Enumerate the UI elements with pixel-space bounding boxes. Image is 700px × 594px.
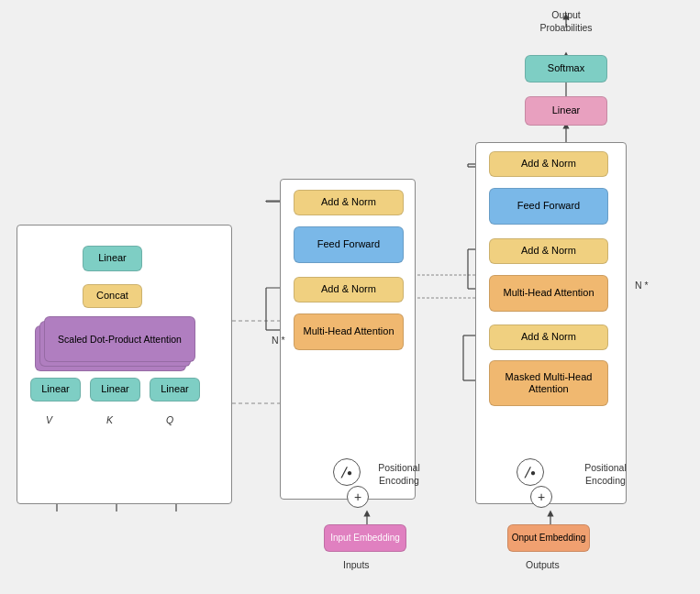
dec-pe-label: Positional Encoding [573,462,638,487]
enc-n-label: N * [272,335,285,347]
dec-pe-plus: + [530,486,552,508]
enc-multi-head-box: Multi-Head Attention [294,314,404,350]
enc-feed-forward-box: Feed Forward [294,226,404,263]
v-label: V [46,414,52,427]
dec-add-norm-2-box: Add & Norm [489,238,608,264]
dec-add-norm-top-box: Add & Norm [489,151,608,177]
dec-feed-forward-box: Feed Forward [489,188,608,225]
left-concat-box: Concat [83,284,142,308]
enc-pe-label: Positional Encoding [367,462,431,487]
sdpa-box-1: Scaled Dot-Product Attention [44,316,195,362]
input-embedding-box: Input Embedding [324,524,406,552]
q-label: Q [166,414,173,427]
output-probabilities-label: Output Probabilities [525,9,607,34]
softmax-box: Softmax [525,55,607,82]
enc-add-norm-bot-box: Add & Norm [294,277,404,302]
enc-add-norm-top-box: Add & Norm [294,190,404,215]
left-linear-v-box: Linear [30,378,81,402]
left-linear-k-box: Linear [90,378,140,402]
output-embedding-box: Onput Embedding [507,524,590,552]
outputs-label: Outputs [526,559,560,572]
dec-add-norm-bot-box: Add & Norm [489,324,608,350]
enc-pe-plus: + [347,486,369,508]
diagram: Linear Concat Scaled Dot-Product Attenti… [0,0,700,594]
inputs-label: Inputs [343,559,370,572]
left-linear-box: Linear [83,246,142,271]
dec-pe-circle: ╱● [517,458,544,486]
linear-top-box: Linear [525,96,607,126]
dec-multi-head-box: Multi-Head Attention [489,275,608,312]
enc-pe-circle: ╱● [333,458,361,486]
dec-n-label: N * [635,280,649,292]
left-linear-q-box: Linear [150,378,200,402]
k-label: K [106,414,113,427]
dec-masked-mha-box: Masked Multi-Head Attention [489,360,608,406]
